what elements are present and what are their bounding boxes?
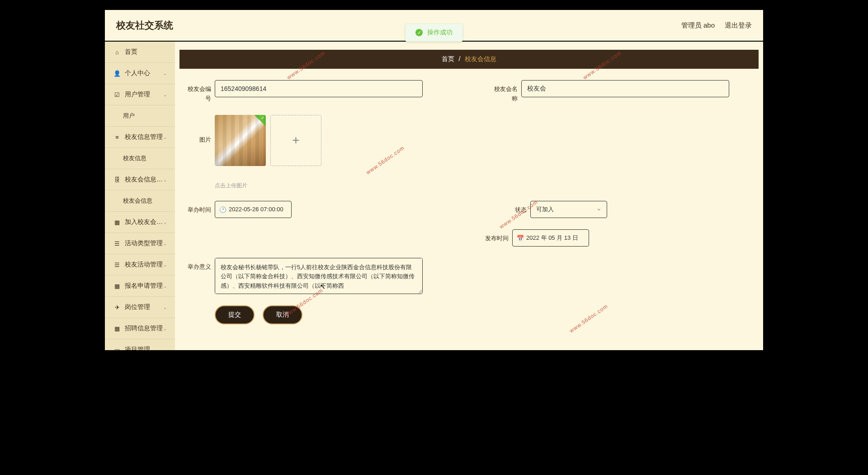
label-meaning: 举办意义 bbox=[184, 258, 211, 272]
label-assoc-name: 校友会名称 bbox=[491, 80, 518, 104]
label-hold-time: 举办时间 bbox=[184, 201, 211, 215]
checkbox-icon: ☑ bbox=[113, 91, 121, 98]
sidebar: ⌂ 首页 👤 个人中心 ⌄ ☑ 用户管理 ⌄ 用户 ≡ 校友信息管理 ⌄ bbox=[105, 42, 175, 350]
breadcrumb: 首页 / 校友会信息 bbox=[179, 50, 759, 69]
plane-icon: ✈ bbox=[113, 304, 121, 311]
check-icon bbox=[254, 115, 266, 127]
sidebar-item-project-mgmt[interactable]: ▭ 项目管理 ⌄ bbox=[105, 339, 175, 350]
grid-icon: ▦ bbox=[113, 283, 121, 290]
logout-link[interactable]: 退出登录 bbox=[725, 21, 752, 30]
breadcrumb-sep: / bbox=[459, 55, 461, 62]
label-status: 状态 bbox=[509, 201, 527, 215]
sidebar-item-profile[interactable]: 👤 个人中心 ⌄ bbox=[105, 63, 175, 84]
sidebar-item-home[interactable]: ⌂ 首页 bbox=[105, 42, 175, 63]
clock-icon: 🕐 bbox=[219, 206, 226, 213]
grid-icon: ▦ bbox=[113, 219, 121, 226]
select-status[interactable] bbox=[530, 201, 607, 218]
label-publish-time: 发布时间 bbox=[481, 229, 509, 243]
input-assoc-name[interactable] bbox=[521, 80, 729, 97]
upload-hint: 点击上传图片 bbox=[215, 182, 321, 190]
sidebar-item-alumni-info-mgmt[interactable]: ≡ 校友信息管理 ⌄ bbox=[105, 127, 175, 148]
chevron-down-icon: ⌄ bbox=[163, 326, 167, 331]
list-icon: ☰ bbox=[113, 240, 121, 247]
home-icon: ⌂ bbox=[113, 49, 121, 56]
label-image: 图片 bbox=[184, 115, 211, 145]
chevron-down-icon: ⌄ bbox=[163, 135, 167, 140]
sidebar-item-activity-mgmt[interactable]: ☰ 校友活动管理 ⌄ bbox=[105, 254, 175, 276]
list-icon: ≡ bbox=[113, 134, 121, 141]
label-assoc-id: 校友会编号 bbox=[184, 80, 211, 104]
upload-add-button[interactable]: + bbox=[270, 115, 321, 166]
chevron-down-icon: ⌄ bbox=[163, 262, 167, 267]
sidebar-item-user-mgmt[interactable]: ☑ 用户管理 ⌄ bbox=[105, 84, 175, 105]
sidebar-item-activity-type-mgmt[interactable]: ☰ 活动类型管理 ⌄ bbox=[105, 233, 175, 254]
sidebar-item-assoc-info-mgmt[interactable]: 🗄 校友会信息管理 ⌄ bbox=[105, 169, 175, 190]
user-icon: 👤 bbox=[113, 70, 121, 77]
chevron-down-icon: ⌄ bbox=[163, 241, 167, 246]
sidebar-item-position-mgmt[interactable]: ✈ 岗位管理 ⌄ bbox=[105, 297, 175, 318]
sidebar-item-apply-mgmt[interactable]: ▦ 报名申请管理 ⌄ bbox=[105, 276, 175, 297]
breadcrumb-current: 校友会信息 bbox=[465, 55, 496, 62]
sidebar-item-recruit-mgmt[interactable]: ▦ 招聘信息管理 ⌄ bbox=[105, 318, 175, 339]
input-assoc-id[interactable] bbox=[215, 80, 423, 97]
check-circle-icon: ✓ bbox=[415, 29, 423, 36]
cancel-button[interactable]: 取消 bbox=[263, 305, 302, 324]
rect-icon: ▭ bbox=[113, 347, 121, 351]
calendar-icon: 📅 bbox=[517, 234, 524, 241]
chevron-down-icon: ⌄ bbox=[163, 71, 167, 76]
sidebar-item-alumni-info[interactable]: 校友信息 bbox=[105, 148, 175, 169]
chevron-down-icon: ⌄ bbox=[163, 220, 167, 225]
chevron-down-icon: ⌄ bbox=[163, 92, 167, 97]
breadcrumb-home[interactable]: 首页 bbox=[442, 55, 454, 62]
list-icon: ☰ bbox=[113, 261, 121, 268]
success-toast: ✓ 操作成功 bbox=[405, 24, 463, 42]
chevron-down-icon: ⌄ bbox=[163, 347, 167, 351]
uploaded-image-thumb[interactable] bbox=[215, 115, 266, 166]
toast-message: 操作成功 bbox=[427, 28, 453, 37]
chevron-down-icon: ⌄ bbox=[163, 284, 167, 289]
textarea-meaning[interactable] bbox=[215, 258, 423, 294]
main-content: 首页 / 校友会信息 校友会编号 校友会名称 bbox=[175, 42, 763, 350]
app-title: 校友社交系统 bbox=[116, 19, 173, 32]
sidebar-item-assoc-info[interactable]: 校友会信息 bbox=[105, 190, 175, 212]
chevron-down-icon: ⌄ bbox=[163, 305, 167, 310]
sidebar-item-join-assoc-mgmt[interactable]: ▦ 加入校友会管理 ⌄ bbox=[105, 212, 175, 233]
chevron-down-icon: ⌄ bbox=[163, 177, 167, 182]
sidebar-item-user[interactable]: 用户 bbox=[105, 105, 175, 127]
admin-label[interactable]: 管理员 abo bbox=[681, 21, 715, 30]
submit-button[interactable]: 提交 bbox=[215, 305, 255, 324]
grid-icon: ▦ bbox=[113, 325, 121, 332]
archive-icon: 🗄 bbox=[113, 176, 121, 183]
